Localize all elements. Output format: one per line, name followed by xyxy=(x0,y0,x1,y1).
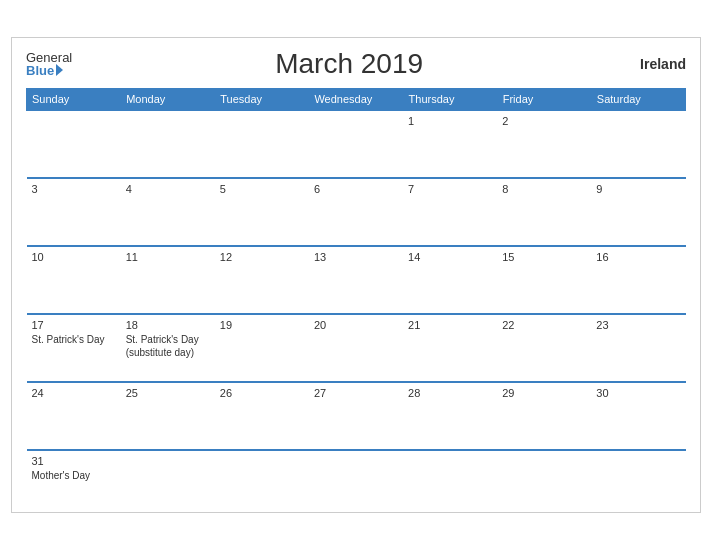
day-cell: 7 xyxy=(403,178,497,246)
day-cell: 9 xyxy=(591,178,685,246)
day-number: 31 xyxy=(32,455,116,467)
day-cell: 6 xyxy=(309,178,403,246)
day-number: 17 xyxy=(32,319,116,331)
day-number: 29 xyxy=(502,387,586,399)
day-cell xyxy=(497,450,591,502)
day-cell: 21 xyxy=(403,314,497,382)
day-number: 22 xyxy=(502,319,586,331)
calendar-wrapper: General Blue March 2019 Ireland SundayMo… xyxy=(11,37,701,513)
calendar-country: Ireland xyxy=(626,56,686,72)
day-cell xyxy=(403,450,497,502)
weekday-header-saturday: Saturday xyxy=(591,89,685,111)
day-cell: 5 xyxy=(215,178,309,246)
day-cell: 27 xyxy=(309,382,403,450)
day-number: 21 xyxy=(408,319,492,331)
day-number: 26 xyxy=(220,387,304,399)
day-cell: 13 xyxy=(309,246,403,314)
day-number: 2 xyxy=(502,115,586,127)
week-row-1: 3456789 xyxy=(27,178,686,246)
day-cell: 12 xyxy=(215,246,309,314)
day-cell xyxy=(309,110,403,178)
calendar-title: March 2019 xyxy=(72,48,626,80)
day-number: 14 xyxy=(408,251,492,263)
day-cell xyxy=(215,110,309,178)
day-cell: 22 xyxy=(497,314,591,382)
day-number: 23 xyxy=(596,319,680,331)
day-number: 18 xyxy=(126,319,210,331)
day-number: 7 xyxy=(408,183,492,195)
weekday-header-monday: Monday xyxy=(121,89,215,111)
day-cell: 30 xyxy=(591,382,685,450)
day-cell: 29 xyxy=(497,382,591,450)
day-number: 8 xyxy=(502,183,586,195)
weekday-header-friday: Friday xyxy=(497,89,591,111)
week-row-5: 31Mother's Day xyxy=(27,450,686,502)
day-number: 15 xyxy=(502,251,586,263)
day-number: 6 xyxy=(314,183,398,195)
day-number: 4 xyxy=(126,183,210,195)
day-number: 1 xyxy=(408,115,492,127)
calendar-table: SundayMondayTuesdayWednesdayThursdayFrid… xyxy=(26,88,686,502)
day-cell: 3 xyxy=(27,178,121,246)
day-number: 5 xyxy=(220,183,304,195)
day-cell: 17St. Patrick's Day xyxy=(27,314,121,382)
logo-triangle-icon xyxy=(56,64,63,76)
calendar-header: General Blue March 2019 Ireland xyxy=(26,48,686,80)
day-cell: 14 xyxy=(403,246,497,314)
day-number: 13 xyxy=(314,251,398,263)
day-number: 12 xyxy=(220,251,304,263)
day-cell: 23 xyxy=(591,314,685,382)
day-event-label: St. Patrick's Day xyxy=(32,333,116,346)
logo-blue-text: Blue xyxy=(26,64,63,77)
week-row-4: 24252627282930 xyxy=(27,382,686,450)
day-cell: 25 xyxy=(121,382,215,450)
day-cell: 20 xyxy=(309,314,403,382)
day-number: 24 xyxy=(32,387,116,399)
day-number: 19 xyxy=(220,319,304,331)
logo: General Blue xyxy=(26,51,72,77)
day-number: 9 xyxy=(596,183,680,195)
day-number: 20 xyxy=(314,319,398,331)
day-cell: 2 xyxy=(497,110,591,178)
day-cell xyxy=(121,110,215,178)
weekday-header-thursday: Thursday xyxy=(403,89,497,111)
weekday-header-row: SundayMondayTuesdayWednesdayThursdayFrid… xyxy=(27,89,686,111)
day-cell xyxy=(309,450,403,502)
day-cell: 10 xyxy=(27,246,121,314)
day-number: 27 xyxy=(314,387,398,399)
day-cell: 24 xyxy=(27,382,121,450)
day-cell xyxy=(27,110,121,178)
day-cell: 15 xyxy=(497,246,591,314)
weekday-header-sunday: Sunday xyxy=(27,89,121,111)
day-cell: 8 xyxy=(497,178,591,246)
day-cell: 19 xyxy=(215,314,309,382)
weekday-header-tuesday: Tuesday xyxy=(215,89,309,111)
day-cell: 16 xyxy=(591,246,685,314)
day-cell: 28 xyxy=(403,382,497,450)
day-cell: 1 xyxy=(403,110,497,178)
day-cell xyxy=(591,450,685,502)
day-number: 28 xyxy=(408,387,492,399)
day-number: 10 xyxy=(32,251,116,263)
day-cell: 11 xyxy=(121,246,215,314)
week-row-0: 12 xyxy=(27,110,686,178)
week-row-3: 17St. Patrick's Day18St. Patrick's Day (… xyxy=(27,314,686,382)
day-number: 3 xyxy=(32,183,116,195)
day-cell xyxy=(591,110,685,178)
day-number: 25 xyxy=(126,387,210,399)
day-event-label: Mother's Day xyxy=(32,469,116,482)
day-number: 16 xyxy=(596,251,680,263)
day-cell xyxy=(215,450,309,502)
day-number: 11 xyxy=(126,251,210,263)
weekday-header-wednesday: Wednesday xyxy=(309,89,403,111)
day-cell xyxy=(121,450,215,502)
day-event-label: St. Patrick's Day (substitute day) xyxy=(126,333,210,359)
day-cell: 26 xyxy=(215,382,309,450)
day-cell: 4 xyxy=(121,178,215,246)
day-number: 30 xyxy=(596,387,680,399)
week-row-2: 10111213141516 xyxy=(27,246,686,314)
day-cell: 31Mother's Day xyxy=(27,450,121,502)
day-cell: 18St. Patrick's Day (substitute day) xyxy=(121,314,215,382)
